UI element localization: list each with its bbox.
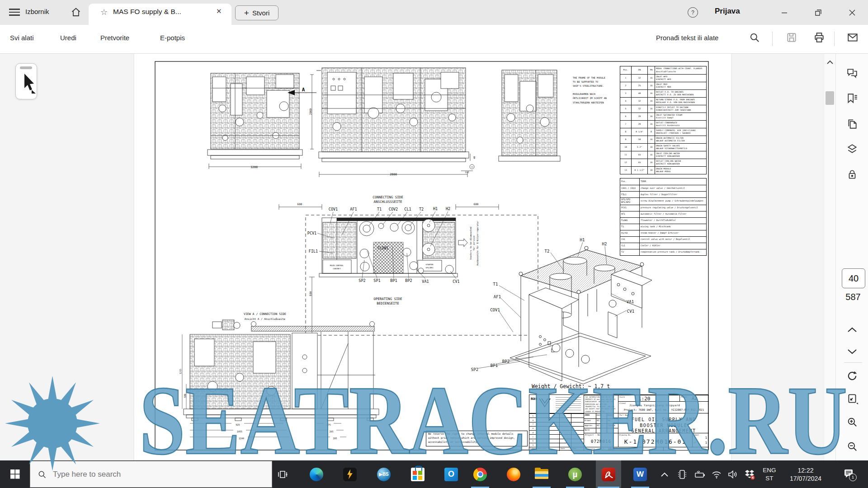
vertical-scrollbar[interactable] bbox=[824, 53, 836, 460]
file-explorer-icon bbox=[535, 468, 548, 481]
tray-volume[interactable] bbox=[725, 460, 741, 488]
chrome-icon bbox=[473, 468, 487, 481]
page-fit-icon bbox=[846, 393, 858, 404]
menu-label[interactable]: Izbornik bbox=[25, 8, 49, 15]
search-input[interactable] bbox=[52, 469, 244, 479]
drag-handle[interactable] bbox=[20, 66, 32, 69]
taskbar-app-winamp[interactable] bbox=[339, 460, 361, 488]
page-total: 587 bbox=[836, 292, 868, 302]
tray-show-hidden-icons[interactable] bbox=[656, 460, 673, 488]
scrollbar-thumb[interactable] bbox=[826, 91, 834, 105]
layers-panel-button[interactable] bbox=[845, 142, 859, 156]
save-icon[interactable] bbox=[786, 32, 797, 43]
store-icon bbox=[411, 468, 425, 481]
search-icon[interactable] bbox=[749, 32, 760, 43]
scroll-up-icon[interactable] bbox=[826, 60, 834, 65]
taskbar-app-edge[interactable] bbox=[306, 460, 327, 488]
find-text-button[interactable]: Pronađi tekst ili alate bbox=[656, 34, 718, 42]
dropbox-icon bbox=[744, 469, 755, 480]
taskbar-app-word[interactable]: W bbox=[629, 460, 651, 488]
rotate-refresh-button[interactable] bbox=[845, 369, 859, 383]
windows-taskbar: ▶BS O µ W bbox=[0, 460, 868, 488]
mail-icon[interactable] bbox=[847, 32, 859, 43]
tab-all-tools[interactable]: Svi alati bbox=[10, 34, 34, 42]
taskbar-search[interactable] bbox=[30, 461, 272, 488]
taskbar-app-chrome[interactable] bbox=[469, 460, 491, 488]
tray-language[interactable]: ENG ST bbox=[760, 460, 779, 488]
divider bbox=[772, 32, 773, 46]
tray-notifications[interactable]: 1 bbox=[837, 460, 861, 488]
taskbar-app-explorer[interactable] bbox=[531, 460, 552, 488]
task-view-button[interactable] bbox=[272, 460, 293, 488]
bookmark-icon bbox=[846, 93, 858, 104]
taskbar-app-outlook[interactable]: O bbox=[440, 460, 462, 488]
pages-panel-button[interactable] bbox=[845, 117, 859, 131]
title-bar: Izbornik ☆ MAS FO supply & B... ✕ + Stvo… bbox=[0, 0, 868, 25]
acrobat-toolbar: Svi alati Uredi Pretvorite E-potpis Pron… bbox=[0, 25, 868, 54]
divider bbox=[834, 32, 835, 46]
restore-button[interactable] bbox=[808, 6, 829, 19]
lock-icon bbox=[846, 169, 858, 180]
taskbar-app-store[interactable] bbox=[407, 460, 429, 488]
tray-your-phone[interactable] bbox=[675, 460, 690, 488]
zoom-out-icon bbox=[846, 441, 858, 452]
bookmarks-panel-button[interactable] bbox=[845, 91, 859, 106]
zoom-in-button[interactable] bbox=[845, 415, 859, 429]
zoom-in-icon bbox=[846, 416, 858, 428]
taskbar-app-bsplayer[interactable]: ▶BS bbox=[373, 460, 395, 488]
tab-close-icon[interactable]: ✕ bbox=[216, 7, 222, 15]
tab-esign[interactable]: E-potpis bbox=[160, 34, 185, 42]
phone-icon bbox=[678, 469, 687, 479]
task-view-icon bbox=[277, 469, 288, 480]
taskbar-app-acrobat-active[interactable] bbox=[596, 460, 621, 488]
star-icon[interactable]: ☆ bbox=[100, 7, 108, 17]
minimize-button[interactable] bbox=[774, 6, 795, 19]
acrobat-icon bbox=[602, 468, 615, 481]
tab-edit[interactable]: Uredi bbox=[60, 34, 76, 42]
create-button[interactable]: + Stvori bbox=[235, 5, 278, 20]
taskbar-app-utorrent[interactable]: µ bbox=[564, 460, 586, 488]
page-number-input[interactable]: 40 bbox=[842, 268, 865, 288]
tray-clock[interactable]: 12:22 17/07/2024 bbox=[782, 460, 829, 488]
firefox-icon bbox=[507, 468, 520, 481]
pages-icon bbox=[846, 118, 858, 130]
home-icon[interactable] bbox=[71, 7, 81, 18]
layers-icon bbox=[846, 143, 858, 155]
previous-page-button[interactable] bbox=[845, 323, 859, 337]
screen: A1200200028001154013CONNECTING SIDEANSCH… bbox=[0, 0, 868, 488]
utorrent-icon: µ bbox=[568, 468, 582, 481]
help-icon[interactable]: ? bbox=[688, 7, 698, 18]
search-icon bbox=[38, 470, 47, 479]
tray-wifi[interactable] bbox=[709, 460, 724, 488]
tray-dropbox[interactable] bbox=[741, 460, 758, 488]
start-button[interactable] bbox=[4, 460, 26, 488]
edge-icon bbox=[310, 468, 323, 481]
comments-icon bbox=[846, 67, 858, 79]
windows-logo-icon bbox=[10, 469, 20, 479]
battery-icon bbox=[694, 470, 705, 479]
menu-icon[interactable] bbox=[9, 9, 20, 16]
chevron-up-icon bbox=[660, 472, 669, 477]
print-icon[interactable] bbox=[813, 32, 825, 43]
tab-title: MAS FO supply & B... bbox=[113, 8, 210, 16]
bsplayer-icon: ▶BS bbox=[377, 468, 391, 481]
tray-battery[interactable] bbox=[692, 460, 708, 488]
taskbar-app-firefox[interactable] bbox=[503, 460, 524, 488]
page-fit-button[interactable] bbox=[845, 391, 859, 406]
protect-panel-button[interactable] bbox=[845, 167, 859, 182]
divider bbox=[844, 362, 862, 363]
zoom-out-button[interactable] bbox=[845, 439, 859, 454]
volume-icon bbox=[727, 470, 738, 479]
tab-convert[interactable]: Pretvorite bbox=[100, 34, 129, 42]
notification-badge: 1 bbox=[849, 474, 857, 481]
select-tool-card[interactable] bbox=[15, 63, 37, 99]
winamp-icon bbox=[343, 468, 357, 481]
next-page-button[interactable] bbox=[845, 344, 859, 359]
word-icon: W bbox=[633, 468, 647, 481]
refresh-icon bbox=[846, 370, 858, 382]
comments-panel-button[interactable] bbox=[845, 66, 859, 80]
sign-in-button[interactable]: Prijava bbox=[715, 7, 740, 16]
cursor-icon[interactable] bbox=[17, 70, 37, 97]
close-button[interactable] bbox=[842, 6, 863, 19]
pdf-canvas[interactable] bbox=[0, 0, 868, 488]
